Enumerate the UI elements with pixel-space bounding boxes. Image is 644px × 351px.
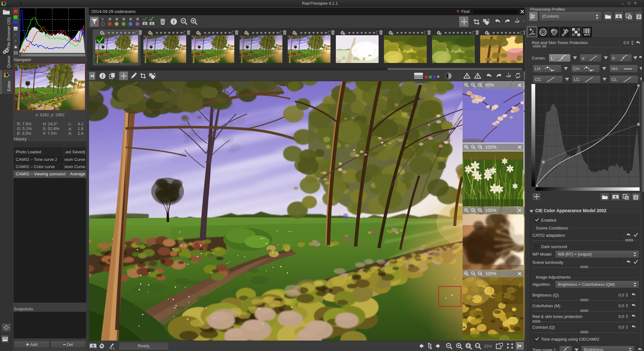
svg-text:META: META (584, 34, 590, 36)
